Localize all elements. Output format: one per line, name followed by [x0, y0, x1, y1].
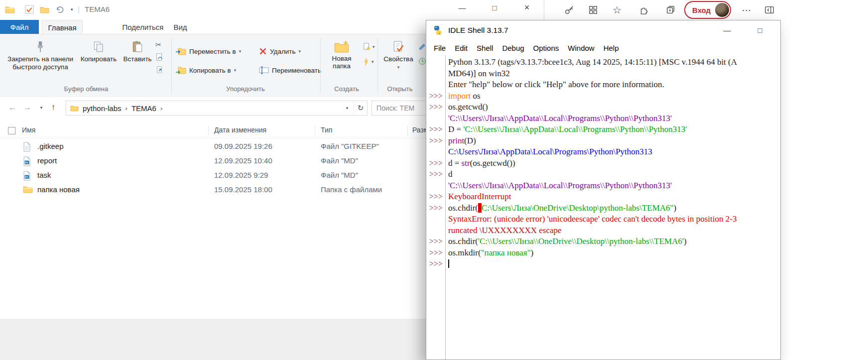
breadcrumb-item[interactable]: python-labs: [79, 104, 125, 113]
menu-window[interactable]: Window: [563, 44, 599, 52]
text-cursor: [448, 259, 449, 268]
delete-dropdown-icon: ▾: [299, 49, 301, 54]
profile-avatar: [715, 3, 729, 17]
browser-menu-ellipsis-icon[interactable]: ⋯: [740, 3, 753, 16]
quick-access-toolbar: ▾: [25, 5, 73, 14]
column-header-type[interactable]: Тип: [321, 126, 332, 134]
copy-to-button[interactable]: Копировать в ▾: [175, 64, 236, 76]
menu-edit[interactable]: Edit: [450, 44, 472, 52]
recent-locations-dropdown-icon[interactable]: ▾: [35, 101, 48, 114]
apps-grid-icon[interactable]: [587, 3, 600, 16]
pin-to-quick-access-button[interactable]: Закрепить на панели быстрого доступа: [4, 36, 77, 84]
move-to-button[interactable]: Переместить в ▾: [175, 45, 241, 57]
group-label-organize: Упорядочить: [173, 85, 318, 93]
shell-line: MD64)] on win32: [426, 68, 780, 80]
file-name: папка новая: [37, 185, 80, 194]
qat-dropdown-icon[interactable]: ▾: [71, 7, 73, 12]
copy-label: Копировать: [81, 55, 117, 63]
edit-button[interactable]: [418, 42, 426, 50]
shell-line-text: os.chdir("C:\Users\Лиза\OneDrive\Desktop…: [446, 203, 676, 214]
address-field[interactable]: python-labs › TEMA6 › ▾ ↻: [66, 101, 368, 116]
copy-to-label: Копировать в: [189, 67, 231, 74]
passwords-key-icon[interactable]: [563, 3, 576, 16]
paste-shortcut-icon[interactable]: [155, 65, 164, 74]
up-icon[interactable]: ↑: [47, 101, 60, 114]
idle-shell-textarea[interactable]: Python 3.13.7 (tags/v3.13.7:bcee1c3, Aug…: [426, 55, 780, 360]
file-type: Папка с файлами: [321, 185, 382, 194]
pin-label: Закрепить на панели быстрого доступа: [4, 55, 77, 71]
file-type: Файл "GITKEEP": [321, 142, 379, 150]
qat-properties-icon[interactable]: [25, 5, 34, 14]
copy-button[interactable]: Копировать: [79, 36, 119, 84]
delete-button[interactable]: Удалить ▾: [259, 45, 301, 57]
idle-window-title: IDLE Shell 3.13.7: [448, 26, 508, 35]
column-separator[interactable]: [208, 126, 209, 135]
rename-button[interactable]: Переименовать: [259, 64, 321, 76]
qat-new-folder-icon[interactable]: [40, 6, 49, 13]
qat-undo-icon[interactable]: [55, 5, 65, 14]
tab-share[interactable]: Поделиться: [122, 20, 164, 34]
paste-button[interactable]: Вставить: [121, 36, 154, 84]
shell-line-text: 'C:\\Users\\Лиза\\AppData\\Local\\Progra…: [446, 180, 672, 192]
menu-file[interactable]: File: [429, 44, 450, 52]
new-folder-button[interactable]: Новая папка: [323, 36, 361, 84]
address-dropdown-icon[interactable]: ▾: [341, 101, 354, 115]
menu-options[interactable]: Options: [529, 44, 564, 52]
menu-help[interactable]: Help: [599, 44, 623, 52]
cut-icon[interactable]: ✂: [155, 40, 164, 49]
file-name: task: [37, 171, 51, 179]
forward-icon[interactable]: →: [21, 101, 34, 114]
easy-access-button[interactable]: ▾: [363, 58, 375, 66]
explorer-minimize-button[interactable]: —: [451, 0, 474, 15]
shell-output: Python 3.13.7 (tags/v3.13.7:bcee1c3, Aug…: [426, 57, 780, 270]
breadcrumb-chevron-icon[interactable]: ›: [160, 105, 162, 112]
idle-minimize-button[interactable]: —: [716, 20, 738, 39]
new-folder-icon: [334, 40, 349, 53]
properties-button[interactable]: Свойства ▾: [380, 36, 416, 84]
shell-line: >>>os.mkdir("папка новая"): [426, 247, 780, 259]
favorites-star-icon[interactable]: ☆: [611, 3, 623, 16]
breadcrumb-item[interactable]: TEMA6: [127, 104, 160, 113]
shell-line-text: 'C:\\Users\\Лиза\\AppData\\Local\\Progra…: [446, 113, 672, 124]
menu-debug[interactable]: Debug: [497, 44, 528, 52]
menu-shell[interactable]: Shell: [472, 44, 497, 52]
sidebar-toggle-icon[interactable]: [763, 3, 776, 16]
collections-icon[interactable]: [664, 3, 677, 16]
tab-view[interactable]: Вид: [168, 20, 193, 34]
column-header-date[interactable]: Дата изменения: [214, 126, 266, 134]
group-label-clipboard: Буфер обмена: [4, 85, 168, 93]
shell-prompt: [426, 146, 446, 158]
shell-line-text: d: [446, 169, 453, 180]
tab-file[interactable]: Файл: [0, 20, 39, 34]
shell-line: >>>os.chdir('C:\\Users\\Лиза\\OneDrive\\…: [426, 236, 780, 247]
shell-line: >>>os.getcwd(): [426, 102, 780, 113]
copy-to-dropdown-icon: ▾: [234, 68, 237, 73]
move-to-dropdown-icon: ▾: [239, 49, 242, 54]
easy-access-dropdown-icon: ▾: [372, 59, 374, 64]
signin-button[interactable]: Вход: [684, 1, 731, 19]
new-folder-label-line2: папка: [333, 62, 351, 70]
file-date: 12.09.2025 9:29: [214, 171, 268, 179]
column-header-name[interactable]: Имя: [22, 126, 35, 134]
select-all-checkbox[interactable]: [8, 127, 15, 134]
new-item-button[interactable]: ▾: [363, 42, 375, 51]
rename-icon: [259, 66, 269, 75]
shell-line: runcated \UXXXXXXXX escape: [426, 225, 780, 237]
shell-line-text: os.getcwd(): [446, 102, 488, 113]
shell-line: >>>D = 'C:\\Users\\Лиза\\AppData\\Local\…: [426, 124, 780, 135]
explorer-maximize-button[interactable]: □: [483, 0, 506, 15]
refresh-icon[interactable]: ↻: [354, 101, 367, 115]
properties-label: Свойства: [383, 55, 413, 63]
column-separator[interactable]: [315, 126, 315, 135]
shell-prompt: [426, 113, 446, 124]
extensions-icon[interactable]: [637, 3, 650, 16]
tab-home[interactable]: Главная: [42, 20, 83, 35]
history-button[interactable]: [418, 57, 426, 65]
column-separator[interactable]: [407, 126, 408, 135]
group-label-open: Открыть: [378, 85, 421, 93]
idle-maximize-button[interactable]: □: [749, 20, 771, 39]
explorer-close-button[interactable]: ×: [515, 0, 538, 15]
copy-path-icon[interactable]: [155, 53, 164, 62]
titlebar-separator: |: [78, 5, 80, 13]
back-icon[interactable]: ←: [6, 101, 19, 114]
